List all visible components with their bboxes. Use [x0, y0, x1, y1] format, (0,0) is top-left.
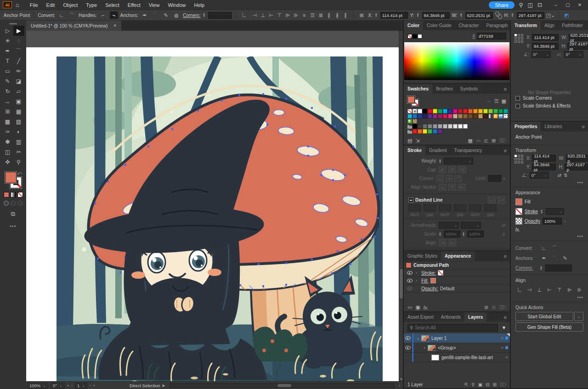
draw-inside-icon[interactable] [17, 201, 23, 206]
dash-field-0[interactable]: dash [408, 204, 421, 217]
next-artboard-icon[interactable]: › [90, 383, 91, 388]
layer-selection-badge[interactable] [505, 346, 508, 349]
scale-strokes-checkbox[interactable] [515, 104, 520, 108]
properties-stroke-swatch[interactable] [515, 208, 522, 215]
properties-fx-icon[interactable]: fx. [515, 227, 520, 232]
swatch[interactable] [418, 114, 422, 118]
transform-options-icon[interactable]: ◳⌄ [547, 11, 555, 19]
menu-window[interactable]: Window [164, 2, 190, 8]
swatches-tab-symbols[interactable]: Symbols [457, 84, 481, 94]
cb-align-icon-4[interactable]: ⊫ [283, 11, 292, 19]
properties-reference-point[interactable] [514, 155, 524, 164]
scale-corners-checkbox[interactable] [515, 96, 520, 101]
stroke-tab-stroke[interactable]: Stroke [404, 146, 425, 155]
arrowhead-start-select[interactable]: ⌄ [439, 222, 459, 229]
new-sublayer-icon[interactable]: ⊟ [486, 382, 489, 387]
corners-label[interactable]: Corners: [183, 13, 200, 18]
pr-x-input[interactable]: 114.414 pt [532, 155, 556, 162]
convert-corner-icon[interactable]: ∟ [57, 11, 66, 19]
layer-visibility-icon[interactable] [405, 346, 411, 350]
edit-toolbar-icon[interactable]: ••• [10, 223, 17, 229]
corner-miter-icon[interactable]: ∟ [436, 175, 444, 182]
swatch[interactable] [443, 114, 447, 118]
layers-tab-layers[interactable]: Layers [464, 312, 486, 322]
layer-visibility-icon[interactable] [405, 336, 411, 340]
reference-point-icon[interactable]: ⊞ [357, 11, 366, 19]
properties-convert-corner-icon[interactable]: ∟ [540, 244, 548, 252]
dash-field-5[interactable]: gap [484, 204, 497, 217]
horizontal-scrollbar[interactable] [170, 383, 395, 388]
swatch[interactable] [407, 119, 412, 124]
curvature-tool[interactable]: ⌒ [13, 46, 24, 56]
swatch[interactable] [503, 114, 508, 118]
properties-corners-input[interactable] [545, 265, 572, 271]
illustrator-logo[interactable]: Ai [3, 1, 12, 8]
corner-round-icon[interactable]: ⌐ [446, 175, 453, 182]
share-button[interactable]: Share [489, 1, 514, 9]
swatch[interactable] [448, 114, 452, 118]
properties-convert-smooth-icon[interactable]: ⌒ [550, 244, 559, 252]
properties-corners-label[interactable]: Corners: [515, 265, 537, 271]
x-input[interactable]: 114.414 pt [380, 12, 408, 19]
cb-align-icon-0[interactable]: ⊣ [250, 11, 259, 19]
swatch[interactable] [478, 114, 483, 118]
y-stepper[interactable]: ▲▼ [417, 13, 419, 17]
swatch[interactable] [463, 114, 468, 118]
layer-target-icon[interactable]: ○ [506, 355, 508, 360]
scale-tool[interactable]: ▱ [13, 86, 24, 96]
shear-select[interactable]: 0°⌄ [564, 51, 583, 58]
appearance-panel-menu-icon[interactable]: ≡ [501, 251, 510, 261]
swatch[interactable] [423, 114, 427, 118]
swatch[interactable] [428, 124, 432, 129]
swatch[interactable] [413, 114, 417, 118]
properties-opacity-label[interactable]: Opacity [525, 219, 540, 224]
rotation-select[interactable]: 0°⌄ [51, 383, 65, 389]
layer-target-icon[interactable]: ○ [501, 336, 503, 340]
dash-field-1[interactable]: gap [424, 204, 436, 217]
swatch[interactable] [413, 119, 417, 124]
swatch[interactable] [493, 114, 498, 118]
prev-artboard-icon[interactable]: ‹ [71, 383, 73, 388]
layer-thumbnail[interactable] [428, 345, 435, 351]
color-tab-color[interactable]: Color [404, 21, 423, 30]
tf-x-input[interactable]: 114.414 pt [532, 34, 559, 41]
appearance-opacity-row[interactable]: Opacity: Default [404, 285, 510, 293]
swatch[interactable] [423, 129, 427, 134]
swatch[interactable] [498, 109, 503, 113]
appearance-item-row[interactable]: Compound Path [404, 261, 510, 269]
properties-opacity-icon[interactable] [515, 218, 522, 225]
locate-object-icon[interactable]: ⚲ [471, 382, 475, 387]
perspective-grid-tool[interactable]: ▦ [13, 107, 24, 117]
pen-tool[interactable]: ✒ [2, 46, 13, 56]
weight-stepper[interactable]: ▲▼ [439, 159, 441, 163]
delete-anchor-icon[interactable]: ✒ [141, 11, 149, 19]
w-stepper[interactable]: ▲▼ [460, 13, 463, 17]
pr-h-input[interactable]: 297.4187 p [565, 163, 588, 170]
width-tool[interactable]: ↔ [2, 96, 13, 107]
w-input[interactable]: 620.2531 pt [465, 12, 493, 19]
eyedropper-tool[interactable]: ✑ [2, 127, 13, 137]
align-to-selection-icon[interactable]: ⦙⌄ [240, 11, 248, 19]
swatch[interactable] [413, 124, 417, 129]
isolate-icon[interactable]: ◍ [172, 11, 181, 19]
cb-align-icon-2[interactable]: ⊢ [267, 11, 275, 19]
document-tab[interactable]: Untitled-1* @ 100 % (CMYK/Preview) ✕ [26, 21, 121, 31]
cb-align-icon-6[interactable]: ≡ [300, 11, 308, 19]
gen-shape-fill-button[interactable]: Gen Shape Fill (Beta) [515, 322, 583, 332]
line-segment-tool[interactable]: ╱ [13, 56, 24, 66]
swatch[interactable] [433, 124, 437, 129]
properties-stroke-stepper[interactable]: ▲▼ [540, 209, 543, 214]
layer-thumbnail[interactable] [431, 355, 439, 361]
swatch[interactable] [438, 109, 442, 113]
collect-for-export-icon[interactable]: ⇱ [464, 382, 468, 387]
cb-align-icon-5[interactable]: ⊪ [292, 11, 300, 19]
list-view-icon[interactable]: ☰ [494, 98, 499, 104]
swatch-libraries-icon[interactable]: ▤ [407, 138, 412, 144]
zoom-tool[interactable]: ⚲ [13, 157, 24, 167]
swatch[interactable] [463, 109, 468, 113]
swatches-fill-stroke[interactable] [407, 96, 418, 106]
properties-align-icon-1[interactable]: ⊥ [536, 286, 543, 293]
menu-type[interactable]: Type [82, 2, 101, 8]
add-to-library-icon[interactable]: ⇲ [415, 138, 419, 144]
properties-stroke-label[interactable]: Stroke [525, 209, 538, 214]
